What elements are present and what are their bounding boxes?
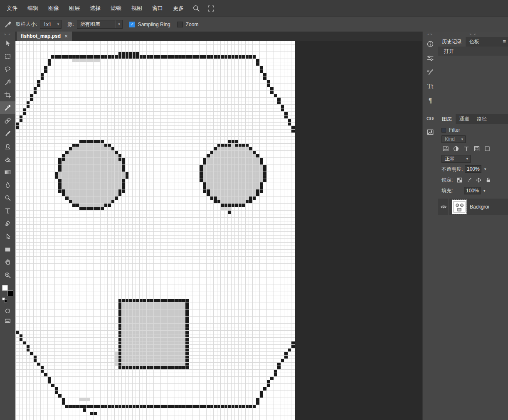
character-panel-icon[interactable]: Tt bbox=[423, 79, 438, 93]
fill-row: 填充: 100% ▼ bbox=[438, 185, 508, 196]
zoom-checkbox[interactable]: ✓ Zoom bbox=[177, 22, 199, 27]
tab-paths[interactable]: 路径 bbox=[473, 114, 491, 124]
tool-marquee[interactable] bbox=[0, 50, 15, 63]
tool-dodge[interactable] bbox=[0, 192, 15, 204]
tool-magic-wand[interactable] bbox=[0, 76, 15, 88]
toolbar-collapse-handle[interactable]: > < bbox=[0, 32, 15, 37]
layer-name: Background bbox=[470, 204, 489, 210]
menu-filter[interactable]: 滤镜 bbox=[106, 0, 126, 17]
transparency-lock-icon[interactable] bbox=[455, 176, 464, 184]
screen-mode-icon[interactable] bbox=[0, 316, 15, 326]
filter-type-icon[interactable] bbox=[462, 145, 471, 152]
layers-empty-area bbox=[438, 215, 508, 420]
layer-thumbnail[interactable] bbox=[452, 200, 466, 214]
history-entry-open[interactable]: 打开 bbox=[438, 47, 508, 56]
filter-image-icon[interactable] bbox=[441, 145, 450, 152]
menu-image[interactable]: 图像 bbox=[43, 0, 64, 17]
kind-row: Kind ▾ bbox=[438, 135, 508, 144]
layer-visibility-eye-icon[interactable] bbox=[438, 199, 449, 215]
right-icon-strip: <> Tt ¶ css bbox=[422, 32, 438, 420]
sampling-ring-checkbox[interactable]: ✓ Sampling Ring bbox=[129, 22, 170, 27]
document-canvas[interactable] bbox=[15, 41, 295, 420]
opacity-slider-icon[interactable]: ▼ bbox=[483, 167, 487, 171]
sample-size-select[interactable]: 1x1 ▾ bbox=[40, 20, 62, 29]
menu-layer[interactable]: 图层 bbox=[64, 0, 85, 17]
history-empty-area bbox=[438, 56, 508, 114]
menu-select[interactable]: 选择 bbox=[85, 0, 106, 17]
document-area: fishbot_map.psd × bbox=[15, 32, 422, 420]
source-select[interactable]: 所有图层 ▾ bbox=[77, 20, 123, 29]
tool-lasso[interactable] bbox=[0, 63, 15, 76]
tool-eyedropper[interactable] bbox=[0, 101, 15, 114]
left-toolbar: > < bbox=[0, 32, 15, 420]
lock-row: 锁定: bbox=[438, 174, 508, 185]
filter-shape-icon[interactable] bbox=[483, 145, 491, 152]
brush-settings-icon[interactable] bbox=[423, 65, 438, 79]
main-area: > < bbox=[0, 32, 508, 420]
tab-close-icon[interactable]: × bbox=[64, 33, 68, 39]
css-panel-icon[interactable]: css bbox=[423, 111, 438, 125]
tool-type[interactable] bbox=[0, 204, 15, 217]
lock-all-icon[interactable] bbox=[484, 176, 493, 184]
photopea-app: 文件 编辑 图像 图层 选择 滤镜 视图 窗口 更多 取样大小: 1x1 ▾ 源… bbox=[0, 0, 508, 420]
menu-more[interactable]: 更多 bbox=[168, 0, 189, 17]
history-tabs: 历史记录 色板 ≡ bbox=[438, 37, 508, 47]
menu-file[interactable]: 文件 bbox=[2, 0, 22, 17]
strip-collapse-handle[interactable]: <> bbox=[423, 32, 438, 37]
image-panel-icon[interactable] bbox=[423, 125, 438, 139]
quick-mask-icon[interactable] bbox=[0, 306, 15, 316]
fullscreen-icon[interactable] bbox=[207, 5, 215, 12]
foreground-color-swatch[interactable] bbox=[2, 285, 8, 291]
tool-path-select[interactable] bbox=[0, 230, 15, 243]
info-icon[interactable] bbox=[423, 37, 438, 51]
kind-select[interactable]: Kind ▾ bbox=[441, 135, 466, 143]
tool-clone-stamp[interactable] bbox=[0, 140, 15, 153]
tab-swatches[interactable]: 色板 bbox=[466, 37, 483, 47]
blend-mode-value: 正常 bbox=[445, 155, 455, 162]
tool-healing[interactable] bbox=[0, 114, 15, 127]
caret-down-icon: ▾ bbox=[464, 155, 468, 163]
adjustments-icon[interactable] bbox=[423, 51, 438, 65]
caret-down-icon: ▾ bbox=[116, 20, 120, 28]
blend-mode-select[interactable]: 正常 ▾ bbox=[441, 155, 471, 163]
paragraph-panel-icon[interactable]: ¶ bbox=[423, 93, 438, 108]
kind-value: Kind bbox=[445, 136, 455, 142]
tab-layers[interactable]: 图层 bbox=[438, 114, 456, 124]
filter-smart-object-icon[interactable] bbox=[473, 145, 481, 152]
source-value: 所有图层 bbox=[80, 21, 100, 28]
tool-options-bar: 取样大小: 1x1 ▾ 源: 所有图层 ▾ ✓ Sampling Ring ✓ … bbox=[0, 17, 508, 32]
tool-zoom[interactable] bbox=[0, 269, 15, 282]
checkbox-icon: ✓ bbox=[129, 22, 135, 27]
menu-edit[interactable]: 编辑 bbox=[22, 0, 43, 17]
tab-channels[interactable]: 通道 bbox=[456, 114, 473, 124]
tool-rectangle[interactable] bbox=[0, 243, 15, 256]
panel-menu-icon[interactable]: ≡ bbox=[503, 38, 506, 44]
tab-history[interactable]: 历史记录 bbox=[438, 37, 466, 47]
tool-crop[interactable] bbox=[0, 88, 15, 101]
sample-size-value: 1x1 bbox=[43, 22, 51, 27]
opacity-value[interactable]: 100% bbox=[465, 165, 481, 173]
color-swatches[interactable] bbox=[2, 285, 13, 296]
panel-collapse-handle[interactable]: > < bbox=[438, 32, 508, 37]
layer-row-background[interactable]: Background bbox=[438, 199, 508, 215]
document-tab[interactable]: fishbot_map.psd × bbox=[17, 32, 72, 41]
pixel-lock-icon[interactable] bbox=[465, 176, 473, 184]
tool-hand[interactable] bbox=[0, 256, 15, 269]
tool-pen[interactable] bbox=[0, 217, 15, 230]
tool-brush[interactable] bbox=[0, 127, 15, 140]
menu-view[interactable]: 视图 bbox=[126, 0, 147, 17]
position-lock-icon[interactable] bbox=[474, 176, 483, 184]
filter-adjustment-icon[interactable] bbox=[452, 145, 460, 152]
search-icon[interactable] bbox=[192, 5, 200, 12]
zoom-label: Zoom bbox=[186, 22, 199, 27]
background-color-swatch[interactable] bbox=[7, 290, 13, 296]
menu-window[interactable]: 窗口 bbox=[147, 0, 168, 17]
tool-gradient[interactable] bbox=[0, 166, 15, 179]
tool-move[interactable] bbox=[0, 37, 15, 50]
tool-eraser[interactable] bbox=[0, 153, 15, 166]
filter-checkbox[interactable] bbox=[441, 128, 446, 133]
fill-value[interactable]: 100% bbox=[464, 187, 481, 194]
fill-slider-icon[interactable]: ▼ bbox=[483, 189, 486, 193]
default-colors-icon[interactable] bbox=[2, 297, 7, 302]
tool-blur[interactable] bbox=[0, 179, 15, 192]
